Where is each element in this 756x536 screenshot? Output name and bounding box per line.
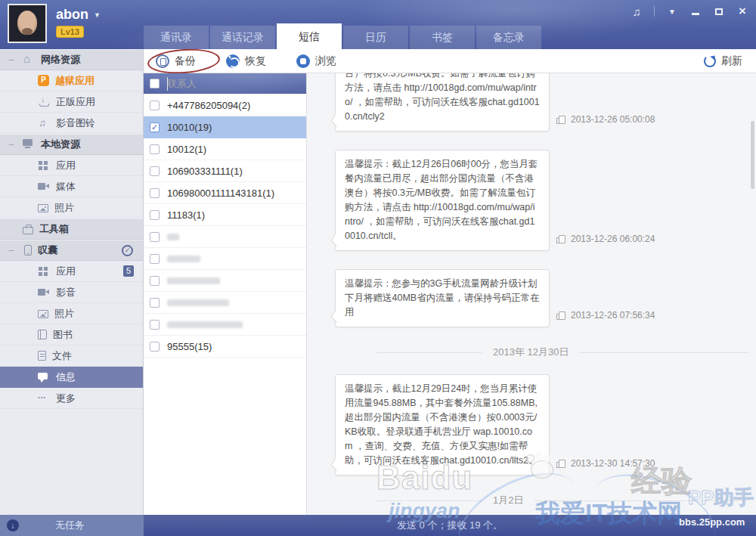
- close-button[interactable]: ×: [736, 5, 748, 17]
- tab-通话记录[interactable]: 通话记录: [210, 26, 275, 49]
- sidebar-item-工具箱[interactable]: 工具箱: [0, 218, 143, 240]
- title-bar: abon ▼ Lv13 ♫ ▼ × 通讯录通话记录短信日历书签备忘录: [0, 0, 756, 49]
- contact-header-label: 联系人: [167, 77, 197, 91]
- music-icon[interactable]: ♫: [631, 5, 643, 17]
- sidebar-item-影音图铃[interactable]: 影音图铃: [0, 113, 143, 134]
- sidebar-item-正版应用[interactable]: 正版应用: [0, 91, 143, 113]
- username-dropdown[interactable]: abon ▼: [56, 7, 101, 23]
- sidebar-item-文件[interactable]: 文件: [0, 345, 143, 367]
- sidebar-item-label: 图书: [53, 328, 73, 342]
- contact-row[interactable]: 10012(1): [144, 138, 306, 160]
- sidebar-item-本地资源[interactable]: −本地资源: [0, 134, 143, 155]
- sidebar-item-label: 网络资源: [41, 53, 80, 67]
- minimize-button[interactable]: [689, 5, 702, 17]
- timestamp-text: 2013-12-26 05:00:08: [571, 114, 655, 125]
- contact-row[interactable]: 10010(19): [144, 116, 306, 138]
- message-row: 温馨提示，截止12月29日24时，您当月累计使用流量945.88MB，其中套餐外…: [335, 374, 748, 476]
- contact-checkbox[interactable]: [150, 232, 160, 242]
- restore-button[interactable]: 恢复: [226, 54, 266, 68]
- tab-日历[interactable]: 日历: [343, 26, 408, 49]
- select-all-checkbox[interactable]: [150, 79, 160, 88]
- tab-书签[interactable]: 书签: [410, 26, 475, 49]
- level-badge: Lv13: [56, 26, 84, 38]
- contact-checkbox[interactable]: [150, 342, 160, 352]
- censored-label: [167, 299, 229, 306]
- message-scrollbar[interactable]: [751, 121, 754, 189]
- sidebar-item-照片[interactable]: 照片: [0, 197, 143, 218]
- sidebar-item-媒体[interactable]: 媒体: [0, 176, 143, 197]
- count-badge: 5: [123, 265, 134, 277]
- contact-row-censored[interactable]: [144, 226, 306, 248]
- date-divider: 2013年 12月30日: [335, 345, 748, 359]
- download-status-icon[interactable]: ↓: [7, 519, 19, 531]
- collapse-icon[interactable]: −: [0, 139, 23, 150]
- contact-checkbox[interactable]: [150, 320, 160, 330]
- sidebar-item-更多[interactable]: 更多: [0, 388, 143, 409]
- status-bar: ↓ 无任务 发送 0 个；接收 19 个。: [0, 515, 756, 536]
- sidebar-item-应用[interactable]: 应用: [0, 155, 143, 176]
- divider-line: [376, 352, 482, 353]
- contact-checkbox[interactable]: [150, 101, 160, 110]
- message-timestamp: 2013-12-26 06:00:24: [559, 234, 655, 244]
- browse-button[interactable]: 浏览: [296, 54, 336, 68]
- contact-checkbox[interactable]: [150, 122, 160, 132]
- contact-checkbox[interactable]: [150, 276, 160, 286]
- sidebar-item-照片[interactable]: 照片: [0, 303, 143, 324]
- backup-label: 备份: [175, 54, 196, 68]
- sidebar-item-label: 影音图铃: [56, 116, 95, 130]
- sidebar-item-label: 正版应用: [56, 95, 95, 109]
- sidebar-item-图书[interactable]: 图书: [0, 324, 143, 345]
- contact-row[interactable]: 106980001111143181(1): [144, 182, 306, 204]
- contact-checkbox[interactable]: [150, 254, 160, 264]
- contact-row[interactable]: 106903331111(1): [144, 160, 306, 182]
- message-count-status: 发送 0 个；接收 19 个。: [144, 515, 756, 536]
- sidebar-item-影音[interactable]: 影音: [0, 282, 143, 303]
- refresh-button[interactable]: 刷新: [704, 54, 742, 68]
- contact-row[interactable]: 11183(1): [144, 204, 306, 226]
- censored-label: [167, 256, 200, 262]
- sidebar-item-label: 文件: [52, 349, 72, 363]
- contact-checkbox[interactable]: [150, 210, 160, 220]
- contact-checkbox[interactable]: [150, 298, 160, 308]
- contact-row[interactable]: 95555(15): [144, 336, 306, 358]
- restore-label: 恢复: [245, 54, 266, 68]
- user-avatar[interactable]: [8, 4, 47, 43]
- sidebar-item-叹囊[interactable]: −叹囊: [0, 240, 143, 261]
- tab-备忘录[interactable]: 备忘录: [476, 26, 541, 49]
- tab-通讯录[interactable]: 通讯录: [144, 26, 209, 49]
- message-bubble: 温馨提示：您参与的3G手机流量网龄升级计划下月将赠送40MB省内流量，请保持号码…: [335, 269, 550, 327]
- collapse-icon[interactable]: −: [0, 245, 23, 256]
- maximize-button[interactable]: [713, 5, 725, 17]
- collapse-icon[interactable]: −: [0, 54, 23, 66]
- contact-row[interactable]: +447786205094(2): [144, 94, 306, 116]
- backup-button[interactable]: 备份: [156, 54, 196, 68]
- browse-icon: [296, 54, 310, 68]
- sidebar-item-label: 越狱应用: [55, 74, 94, 88]
- menu-caret-icon[interactable]: ▼: [666, 5, 678, 17]
- message-count-text: 发送 0 个；接收 19 个。: [397, 519, 503, 532]
- message-bubble: 温馨提示，截止12月29日24时，您当月累计使用流量945.88MB，其中套餐外…: [335, 374, 550, 476]
- sidebar-item-应用[interactable]: 应用5: [0, 261, 143, 282]
- sidebar-item-网络资源[interactable]: −网络资源: [0, 49, 143, 70]
- tab-短信[interactable]: 短信: [277, 23, 342, 49]
- sidebar-item-label: 影音: [56, 286, 76, 299]
- sidebar-item-label: 信息: [56, 370, 76, 384]
- contact-row-censored[interactable]: [144, 292, 306, 314]
- task-status-text: 无任务: [55, 519, 85, 532]
- contact-checkbox[interactable]: [150, 166, 160, 176]
- timestamp-text: 2013-12-26 06:00:24: [571, 234, 655, 244]
- contact-row-censored[interactable]: [144, 248, 306, 270]
- tab-bar: 通讯录通话记录短信日历书签备忘录: [144, 23, 541, 49]
- monitor-icon: [23, 139, 35, 150]
- check-circle-icon: [122, 245, 133, 256]
- phone-icon: [24, 245, 32, 256]
- contact-label: 95555(15): [167, 341, 212, 352]
- contact-checkbox[interactable]: [150, 144, 160, 154]
- sidebar-item-越狱应用[interactable]: 越狱应用: [0, 70, 143, 91]
- contact-row-censored[interactable]: [144, 314, 306, 336]
- sidebar-item-信息[interactable]: 信息: [0, 367, 143, 388]
- contact-row-censored[interactable]: [144, 270, 306, 292]
- more-icon: [38, 393, 50, 404]
- contact-checkbox[interactable]: [150, 188, 160, 198]
- sim-message-icon: [559, 116, 565, 124]
